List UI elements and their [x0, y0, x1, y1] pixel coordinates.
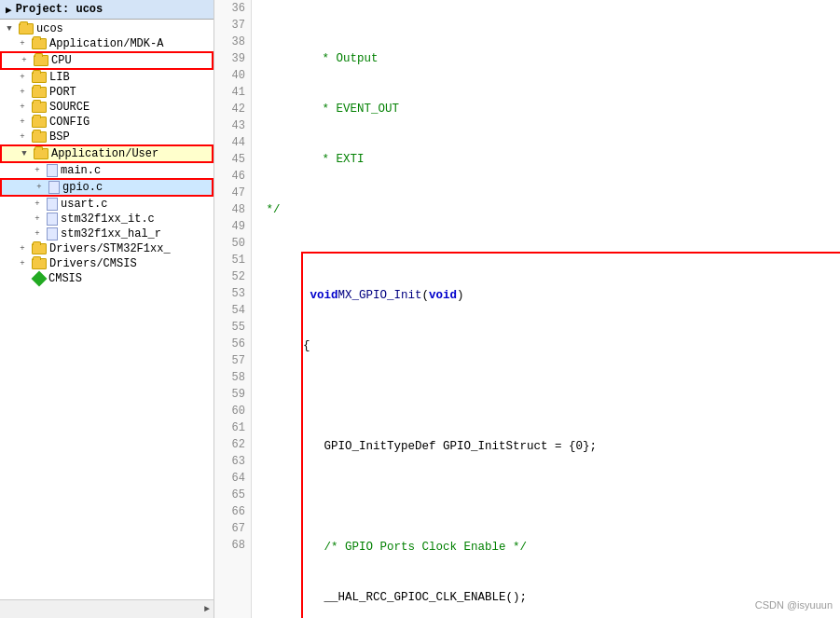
- tree-item-stm32it[interactable]: + stm32f1xx_it.c: [0, 212, 213, 227]
- tree-item-cmsis[interactable]: CMSIS: [0, 271, 213, 286]
- code-line-39: */: [259, 201, 840, 218]
- tree-item-port[interactable]: + PORT: [0, 85, 213, 100]
- expand-icon: +: [17, 88, 28, 97]
- expand-icon: +: [17, 103, 28, 112]
- tree-item-lib[interactable]: + LIB: [0, 70, 213, 85]
- file-icon: [47, 198, 58, 211]
- tree-label: main.c: [61, 164, 101, 177]
- tree-label: Application/MDK-A: [49, 37, 163, 50]
- expand-icon: +: [17, 244, 28, 254]
- file-icon: [47, 227, 58, 240]
- folder-icon: [32, 38, 47, 49]
- expand-icon: +: [32, 214, 43, 224]
- code-line-40: void MX_GPIO_Init(void): [303, 287, 840, 304]
- folder-icon: [32, 117, 47, 128]
- tree-item-driverstm[interactable]: + Drivers/STM32F1xx_: [0, 241, 213, 256]
- tree-item-drivercmsis[interactable]: + Drivers/CMSIS: [0, 256, 213, 271]
- code-wrapper: 36 37 38 39 40 41 42 43 44 45 46 47 48 4…: [214, 0, 840, 618]
- code-line-42: [303, 388, 840, 405]
- code-line-37: * EVENT_OUT: [259, 101, 840, 117]
- tree-label: Drivers/STM32F1xx_: [49, 242, 171, 255]
- code-line-36: * Output: [259, 50, 840, 67]
- tree-item-usartc[interactable]: + usart.c: [0, 197, 213, 212]
- code-editor: 36 37 38 39 40 41 42 43 44 45 46 47 48 4…: [214, 0, 840, 618]
- tree-label: PORT: [49, 86, 76, 99]
- folder-icon: [32, 72, 47, 83]
- tree-label: SOURCE: [49, 101, 90, 114]
- folder-icon: [32, 131, 47, 143]
- expand-icon: +: [32, 199, 43, 209]
- tree-item-config[interactable]: + CONFIG: [0, 115, 213, 130]
- sidebar-scrollbar[interactable]: ►: [0, 599, 213, 618]
- expand-icon: +: [17, 73, 28, 82]
- file-icon: [48, 181, 60, 194]
- folder-icon: [32, 258, 47, 269]
- project-title: Project: ucos: [16, 3, 103, 16]
- code-line-43: GPIO_InitTypeDef GPIO_InitStruct = {0};: [303, 438, 840, 455]
- tree-label: stm32f1xx_hal_r: [61, 227, 161, 240]
- tree-item-gpioc[interactable]: + gpio.c: [0, 178, 213, 197]
- expand-icon: +: [17, 39, 28, 48]
- folder-icon: [34, 55, 48, 66]
- tree-label: CPU: [51, 54, 72, 67]
- expand-icon: +: [17, 117, 28, 127]
- tree-label: stm32f1xx_it.c: [61, 213, 155, 226]
- tree-label: Drivers/CMSIS: [49, 257, 137, 270]
- scroll-right-icon[interactable]: ►: [204, 604, 210, 614]
- folder-icon: [19, 23, 34, 34]
- tree-item-bsp[interactable]: + BSP: [0, 130, 213, 144]
- tree-label: usart.c: [61, 198, 107, 211]
- file-icon: [47, 164, 58, 177]
- code-content[interactable]: * Output * EVENT_OUT * EXTI */ void MX_G…: [252, 0, 840, 618]
- code-line-44: [303, 488, 840, 505]
- line-numbers: 36 37 38 39 40 41 42 43 44 45 46 47 48 4…: [214, 0, 252, 618]
- project-icon: ▶: [6, 4, 12, 16]
- file-tree: ▼ ucos + Application/MDK-A + CPU + LIB: [0, 20, 213, 599]
- tree-label: Application/User: [51, 147, 158, 160]
- tree-label: ucos: [36, 22, 63, 35]
- expand-icon: +: [19, 56, 30, 65]
- tree-item-mainc[interactable]: + main.c: [0, 163, 213, 178]
- code-line-38: * EXTI: [259, 151, 840, 168]
- red-highlight-block: void MX_GPIO_Init(void) { GPIO_InitTypeD…: [301, 252, 840, 618]
- watermark: CSDN @isyuuun: [755, 599, 833, 611]
- sidebar: ▶ Project: ucos ▼ ucos + Application/MDK…: [0, 0, 214, 618]
- tree-item-appuser[interactable]: ▼ Application/User: [0, 144, 213, 163]
- expand-icon: +: [17, 259, 28, 268]
- expand-icon: +: [17, 132, 28, 142]
- expand-icon: +: [32, 166, 43, 175]
- expand-icon: ▼: [19, 149, 30, 158]
- tree-item-source[interactable]: + SOURCE: [0, 100, 213, 115]
- folder-icon: [32, 102, 47, 113]
- tree-item-appmdk[interactable]: + Application/MDK-A: [0, 36, 213, 51]
- tree-label: CMSIS: [48, 272, 82, 285]
- tree-label: CONFIG: [49, 116, 90, 129]
- folder-icon: [32, 87, 47, 98]
- project-header: ▶ Project: ucos: [0, 0, 213, 20]
- tree-label: gpio.c: [62, 181, 103, 194]
- tree-label: LIB: [49, 71, 70, 84]
- expand-icon: +: [34, 183, 45, 192]
- expand-icon: +: [32, 229, 43, 239]
- tree-item-stm32hal[interactable]: + stm32f1xx_hal_r: [0, 227, 213, 241]
- tree-item-ucos[interactable]: ▼ ucos: [0, 21, 213, 36]
- expand-icon: ▼: [4, 24, 15, 34]
- tree-label: BSP: [49, 130, 70, 144]
- tree-item-cpu[interactable]: + CPU: [0, 51, 213, 70]
- diamond-icon: [32, 271, 48, 287]
- folder-icon: [32, 243, 47, 254]
- code-line-45: /* GPIO Ports Clock Enable */: [303, 539, 840, 556]
- file-icon: [47, 213, 58, 226]
- folder-icon: [34, 148, 48, 159]
- code-line-41: {: [303, 337, 840, 354]
